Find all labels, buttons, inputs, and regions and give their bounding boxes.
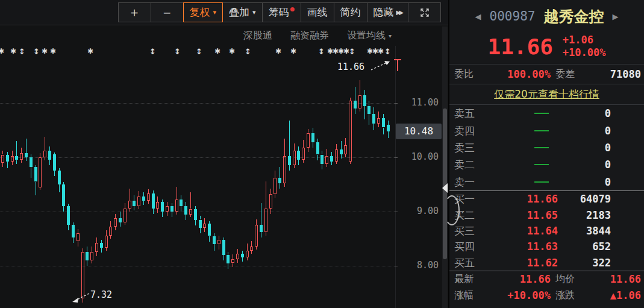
candle — [11, 156, 14, 162]
ma-settings-label: 设置均线 — [347, 30, 386, 42]
updown-arrow-marker-icon: ↕ — [349, 47, 355, 56]
candle-wick — [130, 209, 130, 212]
candle-wick — [331, 162, 332, 165]
candle-wick — [40, 153, 40, 157]
quote-panel: ◀ 000987 越秀金控 ▶ 11.66 +1.06 +10.00% 委比 1… — [448, 0, 644, 308]
candle — [39, 157, 42, 187]
candle-wick — [134, 206, 134, 210]
chart-scrollbar[interactable] — [442, 27, 448, 308]
candlestick-chart[interactable]: ✱✱↕↕✱✱✱↕↕↕✱✱↕✱✱↕✱✱✱✱↕✱✱✱↕ 11.0010.009.00… — [0, 46, 442, 308]
candle-wick — [327, 164, 327, 167]
prev-stock-arrow-icon[interactable]: ◀ — [475, 12, 481, 21]
bid-row[interactable]: 买三11.643844 — [449, 223, 644, 239]
candle — [184, 206, 187, 215]
bid-row[interactable]: 买五11.62322 — [449, 255, 644, 271]
chevron-down-icon: ▾ — [252, 8, 256, 16]
star-marker-icon: ✱ — [42, 47, 48, 55]
candle-wick — [369, 101, 369, 106]
candle-wick — [78, 241, 78, 247]
adjust-price-button[interactable]: 复权 ▾ — [183, 2, 224, 22]
candle-wick — [364, 106, 365, 120]
margin-trading-link[interactable]: 融资融券 — [290, 30, 329, 42]
shenzhen-connect-label: 深股通 — [243, 30, 272, 42]
bid-level-label: 买三 — [454, 224, 475, 237]
chart-links: 深股通 融资融券 设置均线 ▾ — [0, 26, 448, 45]
draw-line-label: 画线 — [307, 5, 328, 19]
candle-wick — [106, 230, 107, 236]
candle — [320, 155, 324, 164]
empty-price-dash-icon — [534, 130, 549, 131]
ask-level-label: 卖五 — [454, 107, 475, 121]
draw-line-button[interactable]: 画线 — [301, 2, 334, 22]
candle — [297, 151, 300, 159]
ask-row[interactable]: 卖三0 — [449, 139, 644, 156]
candle — [72, 225, 75, 238]
candle-wick — [96, 237, 97, 243]
candle-wick — [16, 141, 17, 156]
stock-name: 越秀金控 — [543, 7, 604, 27]
overlay-button[interactable]: 叠加 ▾ — [222, 2, 263, 22]
ask-list: 卖五0卖四0卖三0卖二0卖一0 — [449, 105, 644, 190]
candle-wick — [341, 154, 342, 159]
star-marker-icon: ✱ — [87, 47, 93, 55]
candle — [325, 156, 328, 164]
candle-wick — [242, 257, 243, 262]
collapse-panel-arrow-icon[interactable] — [442, 183, 448, 193]
bid-row[interactable]: 买一11.6664079 — [449, 191, 644, 207]
candle — [67, 206, 70, 225]
candle — [231, 259, 234, 263]
candle-wick — [270, 189, 271, 194]
empty-price-dash-icon — [534, 113, 549, 114]
candle-wick — [87, 247, 87, 252]
commission-ratio-row: 委比 100.00% 委差 71080 — [449, 64, 644, 84]
candle — [30, 157, 33, 167]
candle-wick — [12, 151, 13, 156]
plus-icon: + — [130, 7, 139, 19]
ask-row[interactable]: 卖二0 — [449, 156, 644, 173]
candle — [307, 133, 310, 148]
candle-wick — [186, 202, 186, 206]
updown-arrow-marker-icon: ↕ — [174, 47, 181, 56]
candle-wick — [355, 108, 355, 114]
avg-value: 11.66 — [581, 273, 641, 285]
candle-wick — [92, 247, 92, 252]
candle-wick — [120, 212, 120, 218]
candle-wick — [21, 160, 22, 163]
simple-mode-button[interactable]: 简约 — [334, 2, 367, 22]
shenzhen-connect-link[interactable]: 深股通 — [243, 30, 272, 42]
promo-link[interactable]: 仅需20元查看十档行情 — [494, 87, 599, 101]
panel-resize-handle-icon[interactable] — [444, 195, 460, 225]
bid-row[interactable]: 买二11.652183 — [449, 207, 644, 222]
candle-wick — [21, 148, 22, 153]
zoom-in-button[interactable]: + — [118, 2, 151, 22]
candle-wick — [181, 195, 181, 200]
candle — [255, 225, 258, 247]
ask-row[interactable]: 卖一0 — [449, 174, 644, 190]
candle — [382, 118, 385, 127]
candle-wick — [31, 167, 31, 178]
ma-settings-dropdown[interactable]: 设置均线 ▾ — [347, 30, 392, 42]
candle-wick — [364, 90, 365, 95]
hide-button[interactable]: 隐藏 ▶▶ — [367, 2, 408, 22]
candle-wick — [275, 171, 275, 178]
updown-arrow-marker-icon: ↕ — [318, 47, 325, 56]
candle-wick — [266, 232, 266, 235]
ask-row[interactable]: 卖四0 — [449, 122, 644, 139]
bid-price: 11.62 — [504, 257, 558, 269]
pct-value: +10.00% — [489, 289, 551, 301]
candle — [86, 252, 89, 260]
fullscreen-button[interactable] — [408, 2, 441, 22]
candle-wick — [345, 138, 346, 146]
chart-toolbar: + − 复权 ▾ 叠加 ▾ 筹码 画线 简约 隐藏 ▶▶ — [0, 0, 448, 25]
candle — [90, 252, 93, 260]
bid-row[interactable]: 买四11.63652 — [449, 239, 644, 254]
ask-row[interactable]: 卖五0 — [449, 105, 644, 122]
candle — [316, 142, 319, 155]
candle-wick — [233, 263, 233, 267]
candle-wick — [294, 165, 295, 168]
chevron-down-icon: ▾ — [213, 8, 217, 16]
zoom-out-button[interactable]: − — [151, 2, 184, 22]
candle — [260, 225, 263, 233]
chip-distribution-button[interactable]: 筹码 — [262, 2, 301, 22]
next-stock-arrow-icon[interactable]: ▶ — [612, 12, 618, 21]
